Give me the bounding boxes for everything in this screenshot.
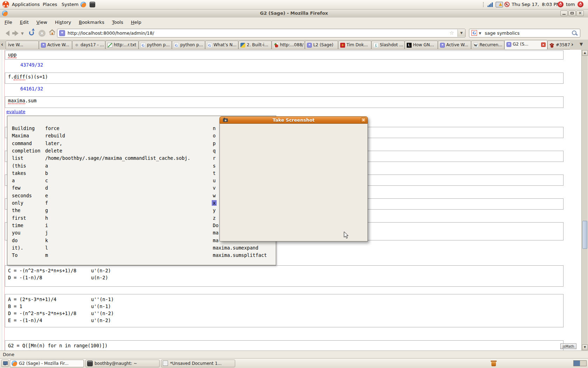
input-cell-2[interactable]: f.diff(s)(s=1) [5,73,564,84]
forward-button[interactable] [12,29,20,38]
tab-13[interactable]: LHow GN... [405,41,438,49]
url-text[interactable]: http://localhost:8000/home/admin/18/ [68,29,154,37]
menu-history[interactable]: History [51,18,75,27]
completion-text: ma [213,229,218,237]
python-favicon-icon [240,43,245,48]
input-cell-3[interactable]: maxima.sum [5,96,564,108]
math-cell-3[interactable]: G2 = Q([Mn(n) for n in range(100)]) [5,340,564,350]
completion-text: Building [12,125,35,132]
tab-14[interactable]: *Active W... [438,41,471,49]
volume-muted-icon[interactable] [504,2,510,7]
terminal-launcher-icon[interactable] [90,2,95,7]
completion-row[interactable]: it).lmaxima.sumexpand [7,244,276,252]
bookmark-star-icon[interactable]: ☆ [449,30,454,36]
shutdown-icon[interactable] [578,1,583,7]
user-menu[interactable]: tom [566,0,575,9]
completion-text: s [213,162,216,170]
menu-help[interactable]: Help [127,18,145,27]
taskbar-window-2[interactable]: boothby@naught: ~ [85,360,160,367]
reload-button[interactable] [28,29,36,38]
jsmath-button[interactable]: jsMath [560,343,576,349]
workspace-switcher[interactable] [573,360,587,366]
completion-text: f [45,199,48,207]
location-dropdown-icon[interactable]: ▼ [457,29,465,37]
back-button[interactable] [2,29,10,38]
show-desktop-button[interactable] [1,360,9,367]
menu-tools[interactable]: Tools [108,18,127,27]
tab-6[interactable]: Gpython p... [172,41,205,49]
search-input-text[interactable]: sage symbolics [485,29,520,37]
location-bar[interactable]: * http://localhost:8000/home/admin/18/ ☆… [57,29,465,38]
tab-4[interactable]: http:...r.txt [105,41,139,49]
trash-icon[interactable] [491,360,497,367]
panel-grip[interactable] [483,2,484,7]
menu-file[interactable]: File [1,18,16,27]
tab-3[interactable]: ⊕days17 - ... [72,41,105,49]
window-titlebar[interactable]: G2 (Sage) - Mozilla Firefox × [0,9,588,18]
tab-11[interactable]: +Tim Dok... [338,41,371,49]
menu-view[interactable]: View [33,18,51,27]
maximize-button[interactable] [568,11,576,16]
dialog-title: Take Screenshot [220,117,368,123]
panel-menu-applications[interactable]: Applications [12,0,40,9]
list-all-tabs-icon[interactable]: ▼ [580,42,583,47]
search-bar[interactable]: G ▼ sage symbolics [469,29,580,38]
completion-text: c [45,177,48,184]
dialog-titlebar[interactable]: Take Screenshot × [219,116,368,124]
tab-1[interactable]: ive W... [6,41,39,49]
tab-scroll-left-button[interactable]: ‹ [1,41,5,48]
firefox-launcher-icon[interactable] [80,2,86,7]
search-engine-icon[interactable]: G [471,30,477,36]
taskbar-window-3[interactable]: *Unsaved Document 1... [161,360,235,367]
panel-menu-system[interactable]: System [62,0,78,9]
network-signal-icon[interactable] [488,2,494,7]
completion-selected: x [212,200,217,206]
tab-10[interactable]: *L2 (Sage) [305,41,338,49]
vertical-scrollbar[interactable]: ▲ ▼ [581,50,588,350]
logout-icon[interactable] [558,1,564,7]
completion-text: a [12,177,15,184]
completion-text: p [213,140,216,147]
completion-text: l [45,244,48,252]
taskbar-window-1[interactable]: G2 (Sage) - Mozilla Fir... [10,360,84,367]
completion-text: To [12,252,18,259]
navigation-toolbar: ▼ × * http://localhost:8000/home/admin/1… [0,27,588,40]
shield-favicon-icon: + [340,43,345,48]
distro-logo-icon[interactable] [2,1,9,8]
tab-12[interactable]: /.Slashdot ... [371,41,405,49]
completion-text: j [45,229,48,237]
scroll-up-button[interactable]: ▲ [582,50,588,56]
menu-bookmarks[interactable]: Bookmarks [75,18,108,27]
tab-5[interactable]: Gpython p... [139,41,172,49]
tab-2[interactable]: *Active W... [39,41,72,49]
home-button[interactable] [49,29,57,38]
history-dropdown-icon[interactable]: ▼ [21,32,24,35]
tab-close-icon[interactable]: × [541,42,546,47]
minimize-button[interactable] [560,11,568,16]
math-line: E = -(1-n)/4u'(n-2) [5,317,563,324]
tab-8[interactable]: 2. Built-i... [238,41,272,49]
tab-15[interactable]: WRecurren... [471,41,504,49]
tab-17[interactable]: #3587 ([... [547,41,570,49]
tab-9[interactable]: http:...088/ [272,41,305,49]
math-text: G2 = Q([Mn(n) for n in range(100)]) [8,342,107,349]
stop-button[interactable]: × [38,29,47,38]
close-button[interactable]: × [576,11,584,16]
display-warning-icon[interactable] [496,2,503,7]
dialog-close-button[interactable]: × [361,117,366,123]
tab-scroll-right-button[interactable]: › [571,41,575,48]
menu-edit[interactable]: Edit [16,18,33,27]
scroll-down-button[interactable]: ▼ [582,345,588,350]
completion-text: (this [12,162,26,170]
scrollbar-thumb[interactable] [582,221,587,249]
math-cell-2[interactable]: A = (2*s-3*n+1)/4u''(n-1)B = 1u'(n-1)D =… [5,294,564,327]
panel-clock[interactable]: Thu Sep 17, 8:03 PM [512,0,560,9]
math-cell-1[interactable]: C = -(n^2-n*s-2*n+s+1)/8u'(n-2)D = -(1-n… [5,265,564,287]
input-cell-1[interactable]: upp [5,50,564,60]
evaluate-link[interactable]: evaluate [6,109,25,114]
completion-row[interactable]: Tommaxima.sumsplitfact [7,252,276,259]
tab-16[interactable]: *G2 (S...× [504,40,547,50]
panel-menu-places[interactable]: Places [43,0,57,9]
tab-7[interactable]: GWhat’s N... [205,41,238,49]
search-engine-dropdown-icon[interactable]: ▼ [479,32,481,35]
